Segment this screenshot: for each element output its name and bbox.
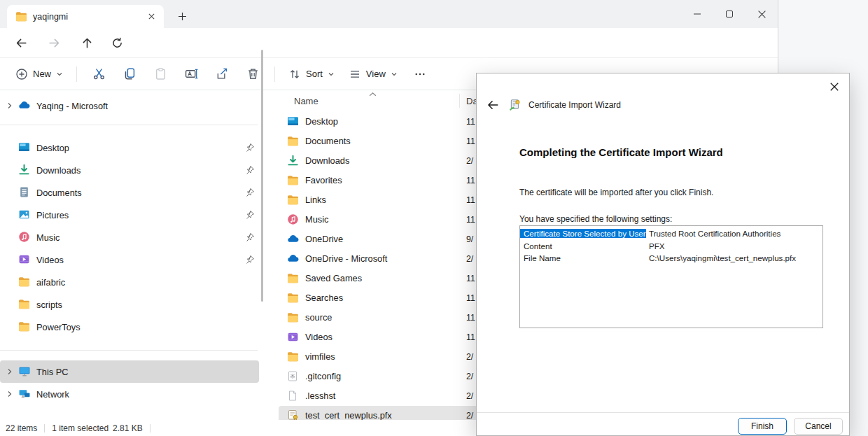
- sidebar-item-pictures[interactable]: Pictures: [0, 204, 259, 226]
- file-row-documents[interactable]: Documents11: [279, 132, 503, 151]
- delete-button[interactable]: [237, 62, 268, 86]
- explorer-tab[interactable]: yaqingmi: [7, 5, 164, 28]
- share-button[interactable]: [206, 62, 237, 86]
- rename-icon: [185, 67, 198, 80]
- sidebar-item-powertoys[interactable]: PowerToys: [0, 316, 259, 338]
- sidebar-item-aifabric[interactable]: aifabric: [0, 271, 259, 293]
- refresh-button[interactable]: [105, 31, 129, 54]
- wizard-body-text: The certificate will be imported after y…: [519, 188, 713, 197]
- downloads-icon: [287, 155, 299, 167]
- file-date-partial: 11: [466, 293, 475, 303]
- sidebar-item-scripts[interactable]: scripts: [0, 293, 259, 316]
- back-button[interactable]: [9, 31, 33, 54]
- file-name: Videos: [305, 332, 332, 342]
- column-header-name[interactable]: Name: [294, 96, 318, 106]
- desktop-icon: [287, 115, 299, 127]
- close-window-button[interactable]: [746, 0, 778, 28]
- settings-key: File Name: [520, 253, 646, 262]
- file-date-partial: 2/: [466, 391, 473, 401]
- file-row-gitconfig[interactable]: .gitconfig2/: [279, 367, 503, 386]
- file-row-source[interactable]: source11: [279, 308, 503, 328]
- file-row-vimfiles[interactable]: vimfiles2/: [279, 347, 503, 367]
- forward-button[interactable]: [42, 31, 66, 54]
- sidebar-scrollbar[interactable]: [261, 50, 263, 302]
- pin-icon: [245, 255, 255, 265]
- more-options-button[interactable]: [405, 62, 435, 86]
- file-row-saved-games[interactable]: Saved Games11: [279, 269, 503, 288]
- back-icon[interactable]: [486, 99, 499, 111]
- settings-row-file-name[interactable]: File NameC:\Users\yaqingmi\test_cert_new…: [520, 252, 822, 265]
- toolbar-divider: [76, 66, 77, 82]
- file-row-searches[interactable]: Searches11: [279, 288, 503, 308]
- file-date-partial: 2/: [466, 411, 473, 421]
- settings-table[interactable]: Certificate Store Selected by UserTruste…: [519, 225, 823, 328]
- close-icon: [830, 82, 839, 92]
- sidebar-item-yaqing-microsoft[interactable]: Yaqing - Microsoft: [0, 94, 259, 117]
- wizard-cert-icon: [509, 99, 522, 111]
- dialog-close-button[interactable]: [825, 78, 844, 96]
- sidebar-item-documents[interactable]: Documents: [0, 181, 259, 204]
- sort-icon: [288, 68, 301, 80]
- file-row-lesshst[interactable]: .lesshst2/: [279, 386, 503, 406]
- file-row-videos[interactable]: Videos11: [279, 328, 503, 347]
- file-name: Links: [305, 195, 326, 205]
- file-date-partial: 11: [466, 195, 475, 205]
- file-date-partial: 11: [466, 313, 475, 323]
- chevron-down-icon: [56, 71, 63, 78]
- cloud-icon: [287, 233, 300, 244]
- minimize-button[interactable]: [681, 0, 713, 28]
- settings-value: Trusted Root Certification Authorities: [646, 229, 822, 238]
- file-date-partial: 9/: [466, 234, 473, 244]
- maximize-icon: [725, 10, 734, 18]
- file-row-favorites[interactable]: Favorites11: [279, 171, 503, 190]
- sidebar-item-network[interactable]: Network: [0, 383, 259, 405]
- chevron-right-icon: [6, 367, 13, 376]
- maximize-button[interactable]: [713, 0, 746, 28]
- new-button-label: New: [33, 69, 51, 79]
- cancel-button[interactable]: Cancel: [794, 418, 843, 435]
- tab-bar: yaqingmi: [0, 0, 778, 28]
- status-divider: [150, 424, 150, 433]
- sidebar-item-music[interactable]: Music: [0, 226, 259, 248]
- new-tab-button[interactable]: [174, 8, 190, 24]
- sidebar-item-videos[interactable]: Videos: [0, 248, 259, 271]
- sidebar-item-desktop[interactable]: Desktop: [0, 136, 259, 159]
- certificate-import-wizard-dialog: Certificate Import Wizard Completing the…: [476, 73, 850, 436]
- file-row-onedrive[interactable]: OneDrive9/: [279, 230, 503, 249]
- delete-icon: [246, 67, 260, 80]
- chevron-right-icon: [6, 390, 13, 398]
- sidebar-item-this-pc[interactable]: This PC: [0, 360, 259, 383]
- videos-icon: [18, 253, 30, 265]
- more-ellipsis-icon: [414, 68, 426, 80]
- finish-button[interactable]: Finish: [738, 418, 787, 435]
- file-row-downloads[interactable]: Downloads2/: [279, 151, 503, 171]
- file-date-partial: 11: [466, 117, 475, 127]
- file-row-desktop[interactable]: Desktop11: [279, 112, 503, 132]
- chevron-right-icon: [6, 101, 13, 110]
- tab-close-button[interactable]: [144, 10, 158, 24]
- sort-button[interactable]: Sort: [281, 62, 342, 86]
- paste-button[interactable]: [145, 62, 176, 86]
- cut-button[interactable]: [83, 62, 114, 86]
- new-button[interactable]: New: [8, 62, 70, 86]
- paste-icon: [154, 67, 167, 80]
- file-date-partial: 11: [466, 176, 475, 185]
- tab-title: yaqingmi: [33, 12, 139, 22]
- copy-button[interactable]: [114, 62, 145, 86]
- folder-icon: [287, 311, 299, 323]
- file-name: Desktop: [305, 116, 338, 127]
- settings-row-certificate-store-selected-by-user[interactable]: Certificate Store Selected by UserTruste…: [520, 227, 822, 240]
- file-row-links[interactable]: Links11: [279, 190, 503, 210]
- file-name: vimfiles: [305, 351, 335, 362]
- view-button[interactable]: View: [342, 62, 405, 86]
- sidebar-item-label: Pictures: [36, 210, 69, 220]
- up-button[interactable]: [75, 31, 99, 54]
- pin-icon: [245, 188, 255, 197]
- file-row-music[interactable]: Music11: [279, 210, 503, 230]
- rename-button[interactable]: [176, 62, 206, 86]
- sidebar-item-downloads[interactable]: Downloads: [0, 159, 259, 181]
- file-row-onedrive-microsoft[interactable]: OneDrive - Microsoft2/: [279, 249, 503, 269]
- column-divider[interactable]: [459, 94, 460, 108]
- toolbar-divider: [274, 66, 275, 82]
- settings-row-content[interactable]: ContentPFX: [520, 240, 822, 253]
